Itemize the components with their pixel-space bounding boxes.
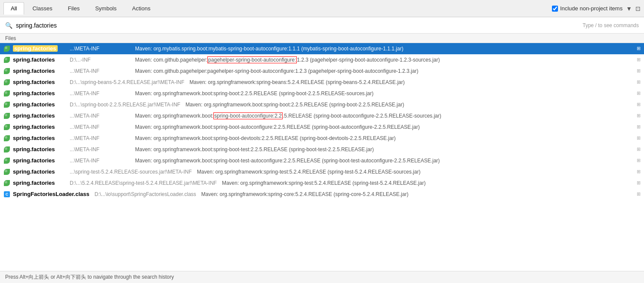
file-name: spring.factories <box>13 124 65 130</box>
row-open-icon[interactable]: ⊞ <box>637 146 641 152</box>
maven-info: Maven: org.springframework.boot:spring-b… <box>135 90 637 96</box>
spring-icon <box>3 90 10 97</box>
spring-icon <box>3 180 10 187</box>
files-section-label: Files <box>5 35 16 41</box>
spring-icon <box>3 68 10 75</box>
table-row[interactable]: spring.factories...\META-INFMaven: org.s… <box>0 110 644 121</box>
row-open-icon[interactable]: ⊞ <box>637 135 641 141</box>
file-path: D:\...\io\support\SpringFactoriesLoader.… <box>95 191 196 197</box>
row-actions: ⊞ <box>637 158 641 163</box>
tab-symbols[interactable]: Symbols <box>88 2 124 15</box>
results-list: spring.factories...\META-INFMaven: org.m… <box>0 43 644 271</box>
filter-icon[interactable]: ▼ <box>626 5 632 12</box>
file-path: ...\META-INF <box>70 90 130 96</box>
maven-info: Maven: org.mybatis.spring.boot:mybatis-s… <box>135 46 637 52</box>
file-path: ...\META-INF <box>70 158 130 164</box>
files-section-header: Files <box>0 34 644 43</box>
row-open-icon[interactable]: ⊞ <box>637 113 641 118</box>
row-actions: ⊞ <box>637 124 641 130</box>
search-bar: 🔍 Type / to see commands <box>0 17 644 34</box>
class-icon: C <box>3 191 10 198</box>
bottom-bar: Press Alt+向上箭头 or Alt+向下箭头 to navigate t… <box>0 271 644 283</box>
file-name: spring.factories <box>13 90 65 96</box>
search-icon: 🔍 <box>5 22 12 29</box>
tab-classes[interactable]: Classes <box>25 2 59 15</box>
row-actions: ⊞ <box>637 46 641 51</box>
file-name: spring.factories <box>13 157 65 164</box>
row-actions: ⊞ <box>637 169 641 174</box>
search-hint: Type / to see commands <box>582 22 639 28</box>
table-row[interactable]: spring.factories...\META-INFMaven: org.s… <box>0 88 644 99</box>
file-name: spring.factories <box>13 56 65 63</box>
row-open-icon[interactable]: ⊞ <box>637 46 641 51</box>
file-path: D:\...\5.2.4.RELEASE\spring-test-5.2.4.R… <box>70 180 217 186</box>
row-open-icon[interactable]: ⊞ <box>637 158 641 163</box>
spring-icon <box>3 101 10 108</box>
row-open-icon[interactable]: ⊞ <box>637 79 641 85</box>
row-open-icon[interactable]: ⊞ <box>637 90 641 96</box>
maven-info: Maven: org.springframework:spring-test:5… <box>222 180 637 186</box>
table-row[interactable]: spring.factories...\META-INFMaven: com.g… <box>0 65 644 77</box>
tabs-right: Include non-project items ▼ ⊡ <box>552 5 641 12</box>
row-actions: ⊞ <box>637 113 641 118</box>
table-row[interactable]: spring.factories...\META-INFMaven: org.s… <box>0 133 644 144</box>
search-left: 🔍 <box>5 22 582 29</box>
highlight-border: pagehelper-spring-boot-autoconfigure: <box>207 56 297 63</box>
row-actions: ⊞ <box>637 102 641 107</box>
row-open-icon[interactable]: ⊞ <box>637 57 641 62</box>
row-open-icon[interactable]: ⊞ <box>637 191 641 197</box>
table-row[interactable]: spring.factoriesD:\...\5.2.4.RELEASE\spr… <box>0 177 644 189</box>
row-open-icon[interactable]: ⊞ <box>637 68 641 74</box>
row-actions: ⊞ <box>637 180 641 186</box>
file-path: ...\META-INF <box>70 135 130 141</box>
file-path: ...\spring-test-5.2.4.RELEASE-sources.ja… <box>70 169 192 175</box>
file-name: spring.factories <box>13 45 65 52</box>
table-row[interactable]: CSpringFactoriesLoader.classD:\...\io\su… <box>0 189 644 200</box>
tab-files[interactable]: Files <box>61 2 87 15</box>
maven-info: Maven: org.springframework.boot:spring-b… <box>135 124 637 130</box>
file-path: ...\META-INF <box>70 68 130 74</box>
spring-icon <box>3 45 10 52</box>
spring-icon <box>3 168 10 175</box>
table-row[interactable]: spring.factoriesD:\...\spring-beans-5.2.… <box>0 77 644 88</box>
maven-info: Maven: com.github.pagehelper:pagehelper-… <box>135 68 637 74</box>
spring-icon <box>3 135 10 142</box>
file-name: spring.factories <box>13 180 65 186</box>
tabs-left: All Classes Files Symbols Actions <box>3 2 158 15</box>
row-actions: ⊞ <box>637 68 641 74</box>
search-input[interactable] <box>16 22 582 29</box>
file-path: ...\META-INF <box>70 146 130 152</box>
row-open-icon[interactable]: ⊞ <box>637 102 641 107</box>
include-non-project-checkbox[interactable] <box>552 6 558 12</box>
highlight-border: spring-boot-autoconfigure:2.2 <box>213 112 283 119</box>
file-name: spring.factories <box>13 135 65 141</box>
file-name: spring.factories <box>13 68 65 74</box>
table-row[interactable]: spring.factories...\spring-test-5.2.4.RE… <box>0 166 644 177</box>
tab-actions[interactable]: Actions <box>125 2 158 15</box>
row-open-icon[interactable]: ⊞ <box>637 124 641 130</box>
maven-info: Maven: org.springframework.boot:spring-b… <box>135 113 637 119</box>
tab-bar: All Classes Files Symbols Actions Includ… <box>0 0 644 17</box>
layout-icon[interactable]: ⊡ <box>635 5 641 12</box>
row-actions: ⊞ <box>637 79 641 85</box>
table-row[interactable]: spring.factories...\META-INFMaven: org.s… <box>0 144 644 155</box>
row-actions: ⊞ <box>637 191 641 197</box>
row-actions: ⊞ <box>637 57 641 62</box>
tab-all[interactable]: All <box>3 2 24 15</box>
table-row[interactable]: spring.factoriesD:\...-INFMaven: com.git… <box>0 54 644 65</box>
spring-icon <box>3 56 10 63</box>
file-name: spring.factories <box>13 168 65 175</box>
table-row[interactable]: spring.factories...\META-INFMaven: org.s… <box>0 155 644 166</box>
maven-info: Maven: org.springframework.boot:spring-b… <box>135 158 637 164</box>
table-row[interactable]: spring.factories...\META-INFMaven: org.s… <box>0 121 644 133</box>
row-open-icon[interactable]: ⊞ <box>637 180 641 186</box>
row-open-icon[interactable]: ⊞ <box>637 169 641 174</box>
table-row[interactable]: spring.factories...\META-INFMaven: org.m… <box>0 43 644 54</box>
spring-icon <box>3 157 10 164</box>
row-actions: ⊞ <box>637 90 641 96</box>
spring-icon <box>3 124 10 131</box>
file-name: spring.factories <box>13 112 65 119</box>
table-row[interactable]: spring.factoriesD:\...\spring-boot-2.2.5… <box>0 99 644 110</box>
spring-icon <box>3 146 10 153</box>
include-non-project-label[interactable]: Include non-project items <box>552 5 622 12</box>
